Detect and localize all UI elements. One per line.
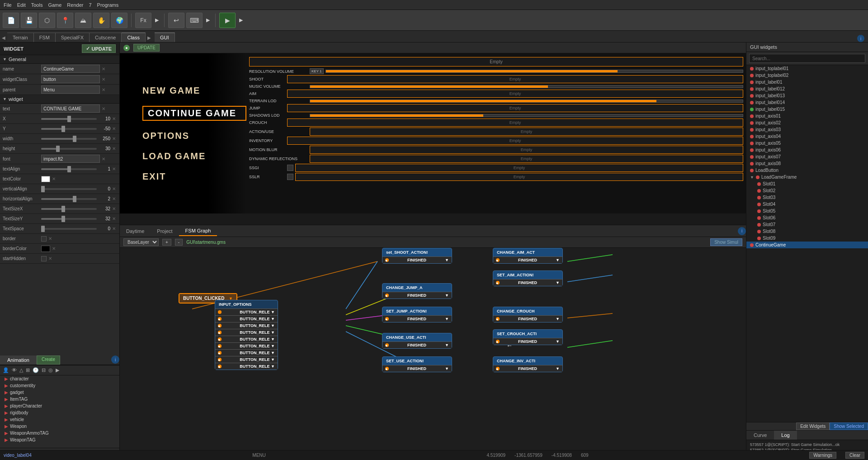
menu-file[interactable]: File: [4, 2, 12, 8]
class-weapontag[interactable]: ▶WeaponTAG: [0, 436, 119, 443]
tree-slot06[interactable]: Slot06: [746, 214, 868, 221]
fsm-tab-project[interactable]: Project: [151, 227, 179, 236]
fx-button[interactable]: Fx: [135, 13, 151, 28]
log-tab[interactable]: Log: [774, 431, 797, 440]
tree-input-toplabel02[interactable]: input_toplabel02: [746, 72, 868, 79]
prop-starthidden-checkbox[interactable]: [41, 256, 47, 261]
prop-textalign-track[interactable]: [41, 168, 97, 170]
class-customentity[interactable]: ▶customentity: [0, 382, 119, 389]
create-button[interactable]: Create: [37, 356, 60, 365]
prop-textsizey-clear[interactable]: ✕: [111, 216, 117, 221]
triangle-icon[interactable]: △: [19, 367, 23, 373]
tree-input-label012[interactable]: input_label012: [746, 85, 868, 92]
cube-button[interactable]: ⬡: [39, 13, 55, 28]
prop-textalign-clear[interactable]: ✕: [111, 166, 117, 171]
tab-gui[interactable]: GUI: [155, 33, 175, 42]
sslr-checkbox[interactable]: [287, 174, 293, 180]
prop-y-track[interactable]: [41, 128, 97, 130]
prop-verticalalign-clear[interactable]: ✕: [111, 186, 117, 191]
tree-input-axis05[interactable]: input_axis05: [746, 140, 868, 147]
node-set-crouch[interactable]: SET_CROUCH_ACTI ● FINISHED ▼: [493, 329, 563, 345]
new-file-button[interactable]: 📄: [3, 13, 19, 28]
component-icon[interactable]: ⊞: [26, 367, 30, 373]
prop-horizontalalign-track[interactable]: [41, 198, 97, 200]
prop-x-clear[interactable]: ✕: [111, 116, 117, 121]
tab-specialfx[interactable]: SpecialFX: [56, 33, 90, 42]
location-button[interactable]: 📍: [57, 13, 73, 28]
tree-loadbutton[interactable]: LoadButton: [746, 167, 868, 174]
menu-7[interactable]: 7: [89, 2, 91, 8]
undo-button[interactable]: ↩: [168, 13, 184, 28]
class-weaponammotag[interactable]: ▶WeaponAmmoTAG: [0, 430, 119, 436]
tree-slot05[interactable]: Slot05: [746, 208, 868, 214]
prop-name-input[interactable]: [41, 65, 100, 73]
class-itemtag[interactable]: ▶ItemTAG: [0, 396, 119, 403]
play-button[interactable]: ▶: [219, 13, 236, 28]
prop-bordercolor-swatch[interactable]: [41, 246, 50, 252]
show-selected-button[interactable]: Show Selected: [830, 422, 868, 430]
class-vehicle[interactable]: ▶vehicle: [0, 416, 119, 423]
node-change-inv[interactable]: CHANGE_INV_ACTI ● FINISHED ▼: [493, 356, 563, 372]
prop-parent-input[interactable]: [41, 85, 100, 94]
class-gadget[interactable]: ▶gadget: [0, 389, 119, 396]
show-simul-button[interactable]: Show Simul: [710, 238, 742, 246]
fsm-remove-button[interactable]: -: [175, 239, 183, 246]
tree-slot04[interactable]: Slot04: [746, 201, 868, 208]
menu-tools[interactable]: Tools: [31, 2, 43, 8]
clear-button[interactable]: Clear: [845, 452, 864, 459]
tree-input-label015[interactable]: input_label015: [746, 106, 868, 113]
mountain-button[interactable]: ⛰: [75, 13, 91, 28]
tree-slot08[interactable]: Slot08: [746, 228, 868, 235]
prop-height-clear[interactable]: ✕: [111, 146, 117, 151]
node-change-jump[interactable]: CHANGE_JUMP_A ● FINISHED ▼: [382, 283, 452, 299]
tree-input-label014[interactable]: input_label014: [746, 99, 868, 106]
node-change-use[interactable]: CHANGE_USE_ACTI ● FINISHED ▼: [382, 333, 452, 349]
prop-textsizex-track[interactable]: [41, 208, 97, 210]
tree-slot03[interactable]: Slot03: [746, 194, 868, 201]
res-slider[interactable]: [326, 70, 743, 73]
tree-input-axis06[interactable]: input_axis06: [746, 147, 868, 153]
prop-textsizex-clear[interactable]: ✕: [111, 206, 117, 211]
node-set-shoot[interactable]: set_SHOOT_ACTION! ● FINISHED ▼: [382, 248, 452, 264]
tree-slot09[interactable]: Slot09: [746, 235, 868, 242]
node-change-aim[interactable]: CHANGE_AIM_ACT ● FINISHED ▼: [493, 248, 563, 264]
eye-icon[interactable]: 👁: [12, 367, 17, 373]
prop-horizontalalign-clear[interactable]: ✕: [111, 196, 117, 201]
char-icon[interactable]: 👤: [3, 367, 9, 373]
menu-load-game[interactable]: LOAD GAME: [142, 151, 246, 161]
fsm-tab-daytime[interactable]: Daytime: [120, 227, 151, 236]
prop-height-track[interactable]: [41, 148, 97, 150]
menu-game[interactable]: Game: [48, 2, 61, 8]
node-input-options[interactable]: INPUT_OPTIONS ●BUTTON_RELE ▼ ●BUTTON_REL…: [215, 300, 278, 370]
prop-font-input[interactable]: [41, 155, 100, 163]
tree-input-label01[interactable]: input_label01: [746, 79, 868, 85]
prop-width-track[interactable]: [41, 138, 97, 140]
info-circle-button[interactable]: i: [111, 356, 119, 364]
warnings-button[interactable]: Warnings: [809, 452, 836, 459]
prop-bordercolor-clear[interactable]: ✕: [51, 246, 57, 251]
edit-widgets-button[interactable]: Edit Widgets: [796, 422, 830, 430]
search-input[interactable]: [749, 54, 865, 63]
prop-widgetclass-input[interactable]: [41, 75, 100, 83]
tab-fsm[interactable]: FSM: [34, 33, 56, 42]
open-file-button[interactable]: 💾: [21, 13, 37, 28]
prop-name-clear[interactable]: ✕: [101, 66, 106, 71]
prop-widgetclass-clear[interactable]: ✕: [101, 77, 106, 82]
node-set-use[interactable]: SET_USE_ACTION! ● FINISHED ▼: [382, 356, 452, 372]
prop-textspace-clear[interactable]: ✕: [111, 226, 117, 231]
fsm-tab-graph[interactable]: FSM Graph: [179, 226, 217, 236]
menu-render[interactable]: Render: [67, 2, 83, 8]
prop-parent-clear[interactable]: ✕: [101, 87, 106, 92]
tab-nav-left[interactable]: ◀: [0, 33, 7, 42]
layer-icon[interactable]: ⊟: [42, 367, 46, 373]
ssgi-checkbox[interactable]: [287, 165, 293, 171]
class-playercharacter[interactable]: ▶playerCharacter: [0, 403, 119, 409]
music-slider[interactable]: [310, 85, 743, 88]
shadows-slider[interactable]: [310, 114, 743, 117]
tree-input-axis07[interactable]: input_axis07: [746, 153, 868, 160]
tree-continuegame[interactable]: ContinueGame: [746, 242, 868, 248]
tree-input-toplabel01[interactable]: input_toplabel01: [746, 65, 868, 72]
terrain-slider[interactable]: [310, 100, 743, 103]
animation-tab[interactable]: Animation: [0, 356, 37, 365]
class-rigidbody[interactable]: ▶rigidbody: [0, 409, 119, 416]
